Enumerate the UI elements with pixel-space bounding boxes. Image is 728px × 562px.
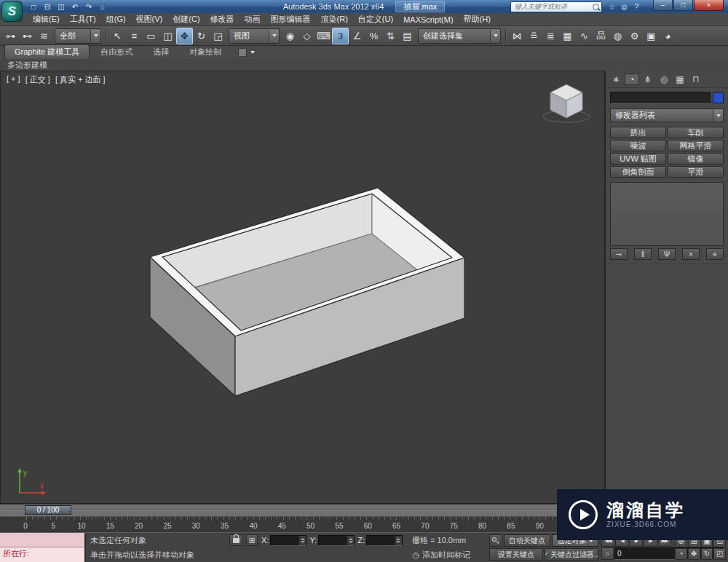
- infocenter-search[interactable]: [510, 1, 602, 12]
- rendered-frame-window-icon[interactable]: ▣: [643, 28, 660, 44]
- modifier-preset-button[interactable]: UVW 贴图: [610, 153, 666, 165]
- modifier-preset-button[interactable]: 倒角剖面: [610, 166, 666, 178]
- selection-lock-toggle[interactable]: [229, 534, 242, 546]
- community-icon[interactable]: ◎: [619, 1, 630, 12]
- select-and-scale-icon[interactable]: ◲: [210, 28, 226, 44]
- coord-input[interactable]: [271, 536, 299, 545]
- key-filters-button[interactable]: ✓ 关键点过滤器...: [545, 548, 598, 561]
- select-and-manipulate-icon[interactable]: ◇: [298, 28, 315, 44]
- selection-filter-dropdown[interactable]: 全部: [55, 28, 101, 44]
- tab-display[interactable]: ▦: [673, 74, 687, 85]
- open-file-icon[interactable]: ⊟: [41, 1, 53, 12]
- modifier-preset-button[interactable]: 噪波: [610, 140, 666, 151]
- time-slider-track[interactable]: 0 / 100: [0, 504, 605, 516]
- select-and-move-icon[interactable]: ✥: [176, 28, 193, 44]
- bind-to-space-warp-icon[interactable]: ≋: [36, 28, 52, 44]
- render-production-icon[interactable]: ◕: [660, 28, 676, 44]
- angle-snap-toggle-icon[interactable]: ∠: [349, 28, 365, 44]
- tab-utilities[interactable]: ⊓: [689, 74, 703, 85]
- menu-item[interactable]: 动画: [240, 13, 266, 25]
- ribbon-tab[interactable]: 选择: [143, 45, 178, 59]
- viewport-menu-shading[interactable]: [ 真实 + 边面 ]: [55, 74, 106, 85]
- select-object-icon[interactable]: ↖: [109, 28, 126, 44]
- modifier-preset-button[interactable]: 网格平滑: [668, 140, 724, 151]
- spinner[interactable]: [299, 536, 306, 545]
- coord-field[interactable]: [270, 535, 306, 546]
- redo-icon[interactable]: ↷: [83, 1, 95, 12]
- keyboard-shortcut-override-icon[interactable]: ⌨: [315, 28, 332, 44]
- menu-item[interactable]: 编辑(E): [28, 13, 65, 25]
- layer-manager-icon[interactable]: ≣: [542, 28, 559, 44]
- menu-item[interactable]: 修改器: [205, 13, 240, 25]
- material-editor-icon[interactable]: ◍: [609, 28, 626, 44]
- coord-input[interactable]: [367, 536, 395, 545]
- favorites-star-icon[interactable]: ☆: [606, 1, 617, 12]
- schematic-view-icon[interactable]: 品: [593, 28, 609, 44]
- viewport[interactable]: [ + ] [ 正交 ] [ 真实 + 边面 ] x y: [0, 71, 605, 504]
- pin-stack-icon[interactable]: ⊸: [610, 248, 628, 260]
- modifier-preset-button[interactable]: 车削: [668, 127, 724, 138]
- ribbon-tab[interactable]: Graphite 建模工具: [4, 44, 90, 59]
- key-mode-toggle-button[interactable]: ○: [601, 547, 614, 560]
- named-selection-set-dropdown[interactable]: 创建选择集: [418, 28, 501, 44]
- snap-toggle-3d-icon[interactable]: 3: [332, 28, 349, 44]
- use-pivot-point-center-icon[interactable]: ◉: [282, 28, 298, 44]
- spinner-snap-toggle-icon[interactable]: ⇅: [382, 28, 399, 44]
- window-crossing-toggle-icon[interactable]: ◫: [159, 28, 176, 44]
- reference-coordinate-dropdown[interactable]: 视图: [229, 28, 280, 44]
- maximize-button[interactable]: □: [673, 0, 693, 11]
- select-by-name-icon[interactable]: ≡: [126, 28, 143, 44]
- application-menu-button[interactable]: S: [1, 1, 23, 22]
- new-scene-icon[interactable]: □: [28, 1, 39, 12]
- orbit-icon[interactable]: ↻: [701, 548, 713, 560]
- menu-item[interactable]: 创建(C): [167, 13, 205, 25]
- viewcube[interactable]: [540, 80, 593, 125]
- menu-item[interactable]: 帮助(H): [459, 13, 496, 25]
- tab-motion[interactable]: ◎: [657, 74, 671, 85]
- tab-create[interactable]: ∗: [609, 74, 623, 85]
- search-icon[interactable]: [593, 4, 599, 10]
- modifier-preset-button[interactable]: 镜像: [668, 153, 724, 165]
- track-bar[interactable]: 0510152025303540455055606570758085909510…: [0, 516, 605, 533]
- menu-item[interactable]: 工具(T): [65, 13, 101, 25]
- select-and-rotate-icon[interactable]: ↻: [193, 28, 210, 44]
- percent-snap-toggle-icon[interactable]: %: [365, 28, 382, 44]
- add-time-tag-button[interactable]: ◷ 添加时间标记: [412, 550, 470, 561]
- pan-view-icon[interactable]: ✥: [688, 548, 700, 560]
- make-unique-icon[interactable]: Ψ: [658, 248, 676, 260]
- spinner[interactable]: [395, 536, 402, 545]
- modifier-stack-list[interactable]: [610, 182, 724, 246]
- render-setup-icon[interactable]: ⚙: [626, 28, 643, 44]
- remove-modifier-icon[interactable]: ×: [682, 248, 700, 260]
- set-key-mode-button[interactable]: 设置关键点: [489, 548, 543, 561]
- configure-modifier-sets-icon[interactable]: ≡: [706, 248, 724, 260]
- spinner[interactable]: [347, 536, 354, 545]
- coord-field[interactable]: [318, 535, 355, 546]
- modifier-preset-button[interactable]: 挤出: [610, 127, 666, 138]
- menu-item[interactable]: MAXScript(M): [398, 15, 458, 25]
- modifier-list-dropdown[interactable]: 修改器列表: [610, 108, 724, 122]
- viewport-menu-view[interactable]: [ 正交 ]: [25, 74, 50, 85]
- search-input[interactable]: [513, 2, 590, 11]
- field-of-view-icon[interactable]: ◔: [675, 548, 687, 560]
- dropdown-arrow-icon[interactable]: [490, 30, 500, 42]
- edit-named-selection-sets-icon[interactable]: ▤: [399, 28, 416, 44]
- dropdown-arrow-icon[interactable]: [713, 109, 723, 122]
- unlink-selection-icon[interactable]: ⊷: [19, 28, 36, 44]
- set-key-button[interactable]: [489, 534, 502, 547]
- transform-type-in-icon[interactable]: ⊞: [246, 534, 258, 546]
- object-name-input[interactable]: [611, 92, 710, 103]
- ribbon-tab[interactable]: 对象绘制: [180, 45, 231, 59]
- time-slider-handle[interactable]: 0 / 100: [25, 505, 71, 515]
- object-name-field[interactable]: [610, 92, 711, 104]
- show-end-result-icon[interactable]: ‖: [634, 248, 652, 260]
- ribbon-panel-icon[interactable]: [238, 48, 247, 57]
- menu-item[interactable]: 自定义(U): [353, 13, 398, 25]
- macro-recorder-pane[interactable]: [0, 533, 84, 547]
- listener-pane[interactable]: 所在行:: [0, 547, 84, 562]
- maximize-viewport-toggle-icon[interactable]: ◰: [713, 548, 726, 560]
- menu-item[interactable]: 渲染(R): [316, 13, 353, 25]
- menu-item[interactable]: 图形编辑器: [266, 13, 316, 25]
- close-button[interactable]: ×: [694, 0, 724, 11]
- viewport-menu-plus[interactable]: [ + ]: [7, 74, 20, 85]
